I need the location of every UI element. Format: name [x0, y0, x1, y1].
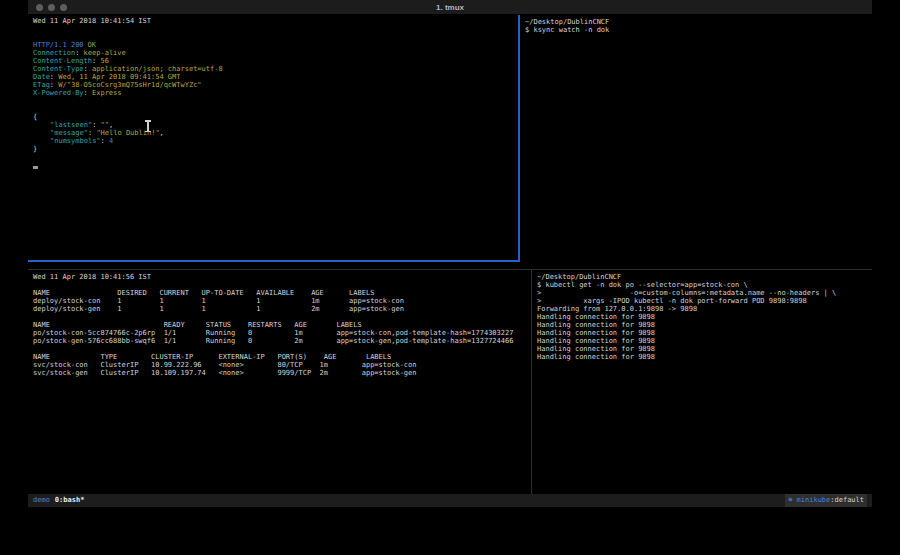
window-tab-bash[interactable]: 0:bash* [55, 496, 85, 504]
http-header-etag: ETag: W/"38-O5coCsrg3mQ75sHr1d/qcWTwYZc" [33, 81, 518, 89]
kube-namespace: :default [830, 496, 864, 504]
window-titlebar[interactable]: 1. tmux [28, 0, 872, 15]
kube-context: minikube [797, 496, 831, 504]
blank-line [33, 105, 518, 113]
minimize-button-icon[interactable] [48, 4, 55, 11]
http-header-date: Date: Wed, 11 Apr 2018 09:41:54 GMT [33, 73, 518, 81]
mouse-ibeam-cursor-icon [147, 121, 149, 131]
http-status-reason: OK [88, 41, 96, 49]
json-field-message: "message": "Hello Dublin!", [33, 129, 518, 137]
blank-line [33, 97, 518, 105]
blank-line [33, 33, 518, 41]
zoom-button-icon[interactable] [60, 4, 67, 11]
json-field-lastseen: "lastseen": "", [33, 121, 518, 129]
json-close-brace: } [33, 145, 518, 153]
json-field-numsymbols: "numsymbols": 4 [33, 137, 518, 145]
http-header-x-powered-by: X-Powered-By: Express [33, 89, 518, 97]
status-left: demo0:bash* [33, 494, 84, 507]
json-open-brace: { [33, 113, 518, 121]
http-header-connection: Connection: keep-alive [33, 49, 518, 57]
http-status-line: HTTP/1.1 200OK [33, 41, 518, 49]
window-title: 1. tmux [28, 0, 872, 15]
port-forward-output: ~/Desktop/DublinCNCF $ kubectl get -n do… [532, 270, 872, 361]
ksync-output: ~/Desktop/DublinCNCF $ ksync watch -n do… [520, 15, 872, 34]
traffic-lights [36, 4, 67, 11]
pane-ksync[interactable]: ~/Desktop/DublinCNCF $ ksync watch -n do… [520, 15, 872, 269]
http-header-content-length: Content-Length: 56 [33, 57, 518, 65]
watch-timestamp: Wed 11 Apr 2018 10:41:54 IST [33, 17, 518, 25]
kubectl-get-output: Wed 11 Apr 2018 10:41:56 IST NAME DESIRE… [28, 270, 531, 377]
kubernetes-wheel-icon: ☸ [788, 496, 796, 504]
pane-port-forward[interactable]: ~/Desktop/DublinCNCF $ kubectl get -n do… [532, 270, 872, 494]
http-header-content-type: Content-Type: application/json; charset=… [33, 65, 518, 73]
session-name: demo [33, 496, 50, 504]
http-status-code: HTTP/1.1 200 [33, 41, 84, 49]
status-right: ☸ minikube:default [785, 494, 867, 507]
tmux-status-bar: demo0:bash* ☸ minikube:default [28, 494, 872, 507]
terminal-window: 1. tmux Wed 11 Apr 2018 10:41:54 IST HTT… [28, 0, 872, 508]
terminal-cursor [33, 166, 38, 169]
close-button-icon[interactable] [36, 4, 43, 11]
blank-line [33, 25, 518, 33]
pane-http-response[interactable]: Wed 11 Apr 2018 10:41:54 IST HTTP/1.1 20… [28, 15, 520, 262]
pane-kubectl-resources[interactable]: Wed 11 Apr 2018 10:41:56 IST NAME DESIRE… [28, 270, 531, 494]
